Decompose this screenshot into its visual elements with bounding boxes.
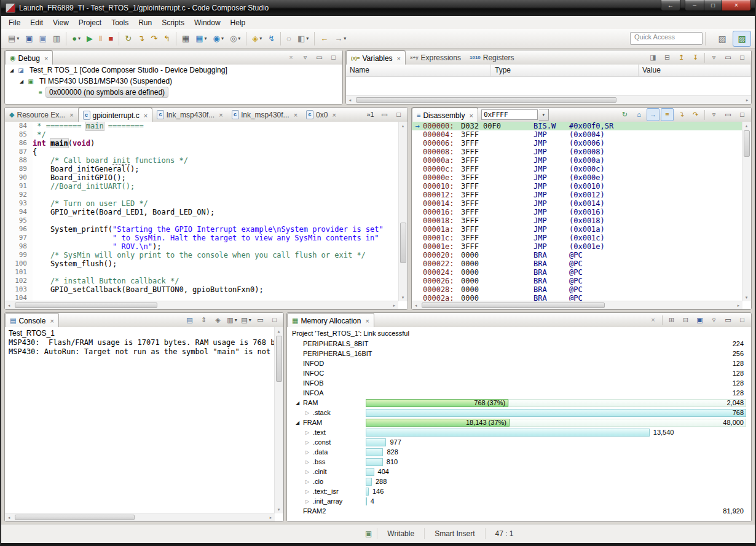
debug-tree-item[interactable]: ≡0x000000 (no symbols are defined) (5, 87, 342, 98)
perspective-debug-button[interactable]: ▨ (733, 31, 751, 47)
breakpoints-button[interactable]: ◉▾ (211, 31, 226, 47)
console-vscrollbar[interactable]: ▴ ▾ (274, 327, 283, 513)
disassembly-row[interactable]: 000014:3FFFJMP(0x0014) (412, 199, 742, 208)
disassembly-row[interactable]: 000012:3FFFJMP(0x0012) (412, 191, 742, 199)
terminate-button[interactable]: ■ (106, 31, 116, 47)
scroll-left-icon[interactable]: ◂ (412, 301, 420, 309)
disassembly-row[interactable]: 000028:0000BRA@PC (412, 285, 742, 294)
scroll-left-icon[interactable]: ◂ (346, 96, 354, 104)
view-memory-button[interactable]: ▦ (179, 31, 192, 47)
dropdown-arrow-icon[interactable]: ▾ (306, 36, 309, 41)
save-all-button[interactable]: ▣ (37, 31, 49, 47)
console-output[interactable]: MSP430: Flash/FRAM usage is 17071 bytes.… (5, 338, 283, 357)
expander-icon[interactable]: ▷ (305, 459, 313, 465)
view-menu-button[interactable]: ▿ (707, 314, 720, 326)
disassembly-row[interactable]: 000020:0000BRA@PC (412, 251, 742, 259)
code-editor[interactable]: 84 * ======== main ========85 */86int ma… (5, 122, 398, 301)
memory-row[interactable]: PERIPHERALS_8BIT224 (287, 339, 751, 349)
expander-icon[interactable]: ▷ (305, 499, 313, 504)
dropdown-arrow-icon[interactable]: ▾ (78, 36, 81, 41)
close-icon[interactable]: × (144, 112, 148, 119)
maximize-button[interactable]: □ (736, 51, 749, 64)
editor-vscrollbar[interactable]: ▴ ▾ (398, 122, 408, 301)
menu-item-scripts[interactable]: Scripts (157, 17, 189, 28)
dropdown-arrow-icon[interactable]: ▾ (221, 36, 224, 41)
memory-row[interactable]: FRAM281,920 (287, 506, 751, 516)
disassembly-row[interactable]: 00000c:3FFFJMP(0x000c) (412, 165, 742, 173)
sync-pc-button[interactable]: → (647, 108, 660, 121)
expander-icon[interactable]: ▷ (305, 479, 313, 485)
menu-item-project[interactable]: Project (74, 17, 106, 28)
close-window-button[interactable]: × (722, 0, 751, 11)
scrollbar-thumb[interactable] (400, 223, 406, 263)
disassembly-row[interactable]: 00001c:3FFFJMP(0x001c) (412, 234, 742, 242)
scroll-right-icon[interactable]: ▸ (734, 301, 742, 309)
new-file-button[interactable]: ▤▾ (6, 31, 22, 47)
scroll-left-icon[interactable]: ◂ (5, 301, 13, 309)
collapse-all-button[interactable]: ⊟ (661, 51, 674, 64)
scroll-down-icon[interactable]: ▾ (275, 505, 283, 513)
memory-row[interactable]: ▷.const977 (287, 437, 751, 447)
dropdown-arrow-icon[interactable]: ▾ (238, 36, 240, 41)
minimize-button[interactable]: ▭ (254, 314, 267, 326)
dropdown-arrow-icon[interactable]: ▾ (249, 317, 251, 323)
close-icon[interactable]: × (469, 112, 473, 119)
memory-row[interactable]: ◢FRAM18,143 (37%)48,000 (287, 417, 751, 427)
show-type-names-button[interactable]: ◨ (647, 51, 660, 64)
memory-row[interactable]: ▷.text:_isr146 (287, 486, 751, 496)
menu-item-edit[interactable]: Edit (25, 17, 48, 28)
open-console-button[interactable]: ▤▾ (240, 314, 253, 326)
close-icon[interactable]: × (294, 111, 297, 119)
scroll-right-icon[interactable]: ▸ (267, 513, 275, 521)
debug-tree-item[interactable]: ◢▣TI MSP430 USB1/MSP430 (Suspended) (5, 76, 342, 87)
dropdown-arrow-icon[interactable]: ▾ (259, 36, 262, 41)
disassembly-row[interactable]: 000022:0000BRA@PC (412, 259, 742, 268)
disassembly-row[interactable]: 00000e:3FFFJMP(0x000e) (412, 173, 742, 182)
tab-resource-explorer[interactable]: ◆Resource Ex...× (5, 108, 78, 122)
last-edit-button[interactable]: ← (318, 31, 331, 47)
maximize-button[interactable]: □ (392, 108, 405, 121)
save-button[interactable]: ▣ (23, 31, 35, 47)
step-into-button[interactable]: ↴ (135, 31, 147, 47)
scroll-down-icon[interactable]: ▾ (399, 293, 407, 301)
disassembly-listing[interactable]: →000000:D032 00F0BIS.W#0x00f0,SR000004:3… (412, 122, 742, 301)
maximize-button[interactable]: □ (327, 51, 340, 64)
close-icon[interactable]: × (365, 317, 369, 325)
quick-access-box[interactable]: Quick Access (630, 32, 703, 45)
scrollbar-thumb[interactable] (356, 97, 616, 103)
dropdown-arrow-icon[interactable]: ▾ (344, 36, 346, 41)
expander-expanded-icon[interactable]: ◢ (296, 400, 303, 406)
address-combo-button[interactable]: ▾ (539, 109, 549, 121)
column-header-type[interactable]: Type (491, 65, 639, 76)
home-button[interactable]: ⌂ (632, 108, 645, 121)
menu-item-file[interactable]: File (4, 17, 25, 28)
minimize-button[interactable]: ▭ (313, 51, 326, 64)
debug-tree-item[interactable]: ◢◪Test_R TOS_1 [Code Composer Studio - D… (5, 65, 342, 76)
tab-console[interactable]: ▤Console× (5, 313, 59, 328)
column-header-name[interactable]: Name (346, 65, 491, 76)
disassembly-address-input[interactable] (481, 109, 538, 120)
expander-icon[interactable]: ▷ (305, 410, 313, 416)
tab-expressions[interactable]: x+yExpressions (406, 50, 465, 65)
memory-row[interactable]: ▷.data828 (287, 447, 751, 457)
scroll-up-icon[interactable]: ▴ (742, 122, 750, 130)
memory-row[interactable]: INFOC128 (287, 368, 751, 378)
tab-lnk-msp430f-2[interactable]: clnk_msp430f...× (227, 108, 302, 122)
variables-hscrollbar[interactable]: ◂ ▸ (346, 95, 751, 104)
memory-row[interactable]: INFOB128 (287, 378, 751, 388)
scroll-right-icon[interactable]: ▸ (743, 96, 751, 104)
disassembly-vscrollbar[interactable]: ▴ ▾ (742, 122, 751, 301)
disassembly-row[interactable]: 00001e:3FFFJMP(0x001e) (412, 242, 742, 251)
step-into-asm-button[interactable]: ↴ (675, 108, 688, 121)
memory-row[interactable]: ▷.init_array4 (287, 496, 751, 506)
tab-debug[interactable]: ◉Debug× (5, 50, 53, 65)
pin-console-button[interactable]: ◈ (211, 314, 224, 326)
minimize-button[interactable]: ▭ (722, 108, 734, 121)
scroll-lock-button[interactable]: ⇕ (197, 314, 210, 326)
view-menu-button[interactable]: ▿ (707, 108, 720, 121)
menu-item-view[interactable]: View (48, 17, 74, 28)
disassembly-row[interactable]: 000006:3FFFJMP(0x0006) (412, 139, 742, 148)
editor-hscrollbar[interactable]: ◂ ▸ (5, 301, 398, 309)
tab-disassembly[interactable]: ≡Disassembly× (412, 108, 478, 122)
expander-icon[interactable]: ▷ (305, 469, 313, 475)
